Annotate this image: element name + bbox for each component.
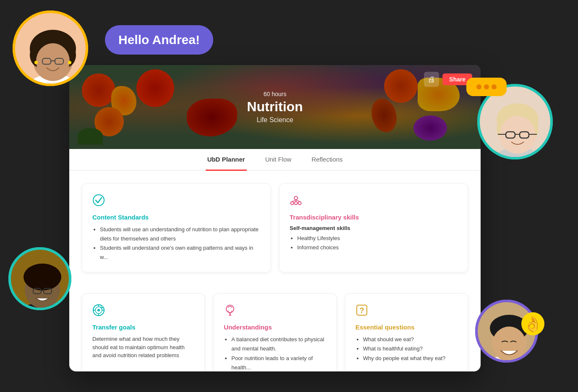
svg-point-41 [295, 202, 298, 205]
card-essential-questions: ? Essential questions What should we eat… [345, 293, 468, 371]
hero-content: 60 hours Nutrition Life Science [247, 91, 303, 124]
transfer-goals-icon [92, 304, 194, 319]
hero-banner: 60 hours Nutrition Life Science 🖨 Share [69, 65, 481, 149]
list-item: Students will use an understanding of nu… [100, 225, 260, 243]
list-item: A balanced diet contributes to physical … [231, 335, 326, 353]
content-bottom: Transfer goals Determine what and how mu… [69, 293, 481, 371]
svg-point-39 [291, 202, 294, 205]
tab-unit-flow[interactable]: Unit Flow [264, 149, 293, 171]
tab-ubd-planner[interactable]: UbD Planner [206, 149, 247, 171]
print-button[interactable]: 🖨 [424, 72, 439, 87]
essential-questions-icon: ? [356, 304, 458, 319]
greeting-text: Hello Andrea! [118, 33, 200, 47]
tab-reflections[interactable]: Reflections [310, 149, 344, 171]
svg-point-38 [294, 196, 298, 200]
print-icon: 🖨 [428, 75, 435, 84]
svg-point-47 [97, 309, 100, 311]
card-content-standards: Content Standards Students will use an u… [82, 183, 271, 272]
svg-point-40 [298, 202, 301, 205]
content-standards-icon [92, 194, 260, 209]
tabs-container: UbD Planner Unit Flow Reflections [69, 149, 481, 171]
card-understandings: Understandings A balanced diet contribut… [213, 293, 336, 371]
avatar-man [8, 247, 71, 310]
svg-text:?: ? [359, 306, 364, 315]
list-item: Healthy Lifestyles [297, 234, 458, 243]
svg-point-10 [34, 61, 38, 64]
hero-subtitle: Life Science [247, 116, 303, 124]
list-item: Why do people eat what they eat? [363, 354, 458, 363]
essential-questions-title: Essential questions [356, 324, 458, 331]
avatar-andrea [13, 10, 88, 86]
content-standards-list: Students will use an understanding of nu… [92, 225, 260, 262]
greeting-bubble: Hello Andrea! [105, 25, 213, 55]
chat-bubble [466, 78, 507, 96]
list-item: Students will understand one's own eatin… [100, 243, 260, 262]
transdisciplinary-icon [290, 194, 458, 209]
hero-title: Nutrition [247, 99, 303, 115]
svg-point-36 [492, 327, 526, 362]
hero-hours: 60 hours [247, 91, 303, 97]
svg-point-28 [24, 264, 61, 290]
transdisciplinary-title: Transdisciplinary skills [290, 214, 458, 221]
chat-dot-2 [484, 84, 489, 89]
svg-point-11 [68, 61, 71, 64]
card-transfer-goals: Transfer goals Determine what and how mu… [82, 293, 205, 371]
svg-point-37 [93, 195, 104, 206]
chat-dot-1 [476, 84, 481, 89]
understandings-title: Understandings [224, 324, 326, 331]
essential-questions-list: What should we eat? What is healthful ea… [356, 335, 458, 363]
content-top: Content Standards Students will use an u… [69, 171, 481, 293]
hero-actions: 🖨 Share [424, 72, 472, 87]
list-item: Informed choices [297, 243, 458, 252]
list-item: What is healthful eating? [363, 344, 458, 353]
transdisciplinary-subtitle: Self-management skills [290, 225, 458, 231]
ok-emoji: 👌 [521, 312, 544, 335]
understandings-icon [224, 304, 326, 319]
app-card: 60 hours Nutrition Life Science 🖨 Share … [69, 65, 481, 371]
transdisciplinary-list: Healthy Lifestyles Informed choices [290, 234, 458, 252]
chat-dot-3 [492, 84, 497, 89]
understandings-list: A balanced diet contributes to physical … [224, 335, 326, 371]
content-standards-title: Content Standards [92, 214, 260, 221]
list-item: What should we eat? [363, 335, 458, 344]
list-item: Poor nutrition leads to a variety of hea… [231, 354, 326, 371]
transfer-goals-text: Determine what and how much they should … [92, 335, 194, 360]
card-transdisciplinary: Transdisciplinary skills Self-management… [279, 183, 468, 272]
transfer-goals-title: Transfer goals [92, 324, 194, 331]
